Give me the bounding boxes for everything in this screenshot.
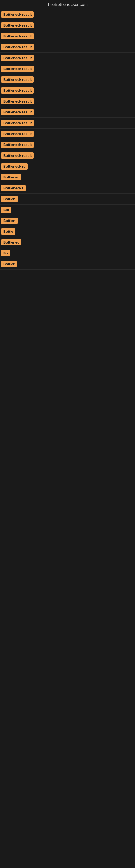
list-item[interactable]: Bottleneck result	[0, 20, 135, 31]
list-item[interactable]: Bottlen	[0, 194, 135, 205]
list-item[interactable]: Bo	[0, 248, 135, 259]
list-item[interactable]: Bottleneck result	[0, 53, 135, 63]
list-item[interactable]: Bottleneck result	[0, 118, 135, 129]
site-header: TheBottlenecker.com	[0, 0, 135, 9]
list-item[interactable]: Bottleneck result	[0, 96, 135, 107]
list-item[interactable]: Bottlenec	[0, 237, 135, 248]
list-item[interactable]: Bottleneck result	[0, 107, 135, 118]
bottleneck-badge: Bottleneck result	[1, 76, 34, 83]
list-item[interactable]: Bottlen	[0, 215, 135, 226]
bottleneck-badge: Bottlenec	[1, 174, 21, 180]
list-item[interactable]: Bottleneck result	[0, 140, 135, 150]
list-item[interactable]: Bottleneck result	[0, 85, 135, 96]
bottleneck-badge: Bottleneck result	[1, 55, 34, 61]
bottleneck-badge: Bottleneck result	[1, 66, 34, 72]
bottleneck-badge: Bottleneck result	[1, 131, 34, 137]
bottleneck-badge: Bottler	[1, 261, 17, 267]
bottleneck-badge: Bottleneck result	[1, 142, 34, 148]
list-item[interactable]: Bot	[0, 205, 135, 215]
bottleneck-badge: Bottleneck result	[1, 87, 34, 94]
bottleneck-badge: Bottleneck result	[1, 152, 34, 159]
list-item[interactable]: Bottle	[0, 226, 135, 237]
bottleneck-badge: Bottleneck result	[1, 44, 34, 50]
bottleneck-badge: Bottleneck re	[1, 163, 28, 169]
bottleneck-badge: Bottlen	[1, 196, 17, 202]
bottleneck-badge: Bottleneck result	[1, 22, 34, 29]
bottleneck-badge: Bottleneck result	[1, 33, 34, 39]
bottleneck-badge: Bottleneck result	[1, 98, 34, 104]
bottleneck-badge: Bottlen	[1, 218, 17, 224]
site-title: TheBottlenecker.com	[0, 0, 135, 9]
list-item[interactable]: Bottleneck r	[0, 183, 135, 194]
list-item[interactable]: Bottleneck result	[0, 129, 135, 140]
bottleneck-list: Bottleneck resultBottleneck resultBottle…	[0, 9, 135, 270]
list-item[interactable]: Bottleneck result	[0, 74, 135, 85]
bottleneck-badge: Bottle	[1, 228, 15, 235]
bottleneck-badge: Bottleneck result	[1, 109, 34, 115]
list-item[interactable]: Bottlenec	[0, 172, 135, 183]
list-item[interactable]: Bottleneck result	[0, 31, 135, 42]
bottleneck-badge: Bottlenec	[1, 239, 21, 246]
list-item[interactable]: Bottleneck re	[0, 161, 135, 172]
list-item[interactable]: Bottleneck result	[0, 150, 135, 161]
bottleneck-badge: Bo	[1, 250, 10, 256]
list-item[interactable]: Bottleneck result	[0, 63, 135, 74]
list-item[interactable]: Bottleneck result	[0, 42, 135, 53]
bottleneck-badge: Bottleneck r	[1, 185, 26, 191]
list-item[interactable]: Bottler	[0, 259, 135, 270]
bottleneck-badge: Bottleneck result	[1, 11, 34, 18]
bottleneck-badge: Bot	[1, 207, 11, 213]
bottleneck-badge: Bottleneck result	[1, 120, 34, 126]
list-item[interactable]: Bottleneck result	[0, 9, 135, 20]
